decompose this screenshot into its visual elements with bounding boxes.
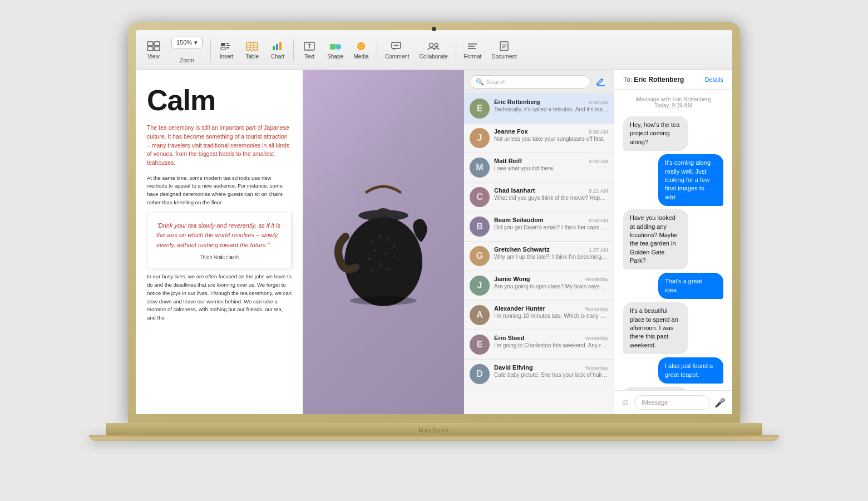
conversation-item-8[interactable]: A Alexander Hunter Yesterday I'm running… [464,301,614,330]
conversation-item-1[interactable]: E Eric Rottenberg 9:39 AM Technically, i… [464,94,614,124]
avatar-face-1: E [470,99,490,119]
contact-name-9: Erin Steed [494,335,524,341]
svg-point-25 [394,45,395,46]
bubble-row-4: That's a great idea. [623,273,723,299]
contact-name-8: Alexander Hunter [494,305,545,312]
toolbar-document[interactable]: Document [487,38,521,62]
message-time-4: 9:21 AM [589,188,608,194]
message-time-6: 1:37 AM [589,247,608,253]
avatar-3: M [470,158,490,178]
imessage-header: iMessage with Eric RottenbergToday, 9:39… [623,96,723,109]
toolbar-format[interactable]: Format [460,38,486,62]
bubble-5: It's a beautiful place to spend an after… [623,302,688,354]
message-preview-3: I see what you did there. [494,165,608,171]
conversation-item-7[interactable]: J Jamie Wong Yesterday Are you going to … [464,271,614,301]
toolbar-media[interactable]: Media [349,38,373,62]
messages-search-bar: 🔍 Search [464,70,614,94]
screen: View 150% ▾ Zoom [136,30,732,414]
messages-sidebar: 🔍 Search [464,70,614,414]
format-label: Format [464,53,482,60]
svg-point-40 [344,217,422,306]
chart-label: Chart [271,53,284,60]
pullquote: “Drink your tea slowly and reverently, a… [147,213,292,269]
toolbar-comment[interactable]: Comment [381,38,413,62]
imessage-input[interactable]: iMessage [634,395,710,410]
svg-point-41 [371,241,374,244]
page-left: Calm The tea ceremony is still an import… [136,70,303,414]
svg-point-52 [350,296,417,305]
avatar-2: J [470,128,490,148]
toolbar-chart[interactable]: Chart [265,38,290,62]
svg-point-44 [393,245,396,248]
toolbar-divider-1 [210,39,211,61]
toolbar-divider-4 [456,39,456,61]
toolbar-collaborate[interactable]: Collaborate [415,38,452,62]
svg-rect-5 [226,43,229,44]
chat-messages-container[interactable]: iMessage with Eric RottenbergToday, 9:39… [614,90,732,390]
doc-title: Calm [147,84,292,117]
conversation-item-4[interactable]: C Chad Isanhart 9:21 AM What did you guy… [464,183,614,212]
search-box[interactable]: 🔍 Search [470,75,590,89]
message-preview-4: What did you guys think of the movie? Ho… [494,195,608,201]
details-button[interactable]: Details [704,76,723,83]
conversation-item-5[interactable]: B Beam Seilaudom 8:58 AM Did you get Daw… [464,212,614,242]
conversation-item-6[interactable]: G Gretchen Schwartz 1:37 AM Why am I up … [464,242,614,271]
svg-rect-7 [226,47,229,48]
table-icon [244,40,260,52]
message-time-9: Yesterday [585,335,608,341]
toolbar-insert[interactable]: Insert [214,38,239,62]
media-icon [353,40,369,52]
pullquote-text: “Drink your tea slowly and reverently, a… [156,221,282,250]
bubble-row-2: It's coming along really well. Just look… [623,154,723,206]
message-time-1: 9:39 AM [589,99,608,105]
insert-label: Insert [220,53,234,60]
toolbar-text[interactable]: T Text [297,38,322,62]
svg-rect-23 [360,45,362,47]
chat-recipient: To: Eric Rottenberg [623,76,684,84]
zoom-control[interactable]: 150% ▾ [171,37,203,48]
conversation-item-2[interactable]: J Jeanne Fox 9:36 AM Not unless you take… [464,124,614,153]
conversation-item-3[interactable]: M Matt Reiff 9:28 AM I see what you did … [464,153,614,183]
page-canvas: Calm The tea ceremony is still an import… [136,70,464,414]
message-time-8: Yesterday [585,306,608,312]
contact-name-3: Matt Reiff [494,158,522,164]
avatar-10: D [470,364,490,384]
chat-input-area: ☺ iMessage 🎤 [614,390,732,414]
view-label: View [147,53,160,60]
svg-point-20 [336,44,341,50]
bubble-row-6: I also just found a great teapot. [623,357,723,384]
search-placeholder: Search [486,78,506,85]
conversation-item-9[interactable]: E Erin Steed Yesterday I'm going to Char… [464,330,614,360]
bubble-3: Have you looked at adding any locations?… [623,209,688,269]
avatar-9: E [470,335,490,355]
toolbar-view[interactable]: View [141,38,166,62]
zoom-value: 150% [176,39,192,46]
teapot-image [303,70,464,414]
format-icon [465,40,480,52]
compose-button[interactable] [594,75,608,89]
toolbar-zoom[interactable]: 150% ▾ Zoom [167,35,207,66]
svg-rect-0 [147,42,153,46]
message-time-10: Yesterday [585,365,608,371]
toolbar-divider-2 [293,39,294,61]
avatar-7: J [470,276,490,296]
bubble-1: Hey, how's the tea project coming along? [623,116,688,151]
toolbar-shape[interactable]: Shape [323,38,348,62]
svg-point-49 [379,263,382,266]
document-icon [496,40,512,52]
emoji-button[interactable]: ☺ [621,397,630,407]
microphone-button[interactable]: 🎤 [714,397,726,408]
svg-point-27 [397,45,398,46]
svg-point-42 [379,235,382,238]
comment-label: Comment [385,53,409,60]
toolbar-table[interactable]: Table [240,38,264,62]
message-preview-5: Did you get Dawn's email? I think her ca… [494,224,608,230]
bubble-row-5: It's a beautiful place to spend an after… [623,302,723,354]
zoom-label: Zoom [180,57,194,63]
bubble-2: It's coming along really well. Just look… [658,154,723,206]
conversation-item-10[interactable]: D David Elfving Yesterday Cute baby pict… [464,360,614,389]
pages-toolbar: View 150% ▾ Zoom [136,30,732,70]
svg-point-46 [385,252,388,255]
macbook-base [106,423,762,435]
view-icon [146,40,161,52]
